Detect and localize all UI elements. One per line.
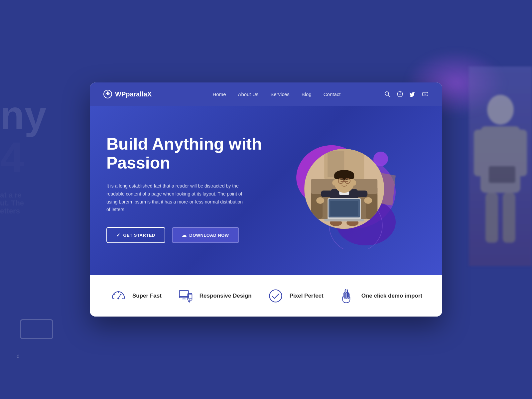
- svg-rect-3: [515, 130, 527, 176]
- check-icon: ✓: [116, 232, 121, 238]
- svg-point-50: [332, 180, 336, 186]
- responsive-label: Responsive Design: [200, 293, 252, 299]
- hero-visual: [266, 126, 426, 252]
- responsive-icon: [177, 287, 194, 305]
- svg-rect-41: [330, 201, 358, 216]
- svg-rect-35: [321, 191, 332, 197]
- feature-superfast: Super Fast: [110, 287, 162, 305]
- browser-window: WPparallaX Home About Us Services Blog C…: [90, 82, 442, 317]
- cloud-icon: ☁: [182, 232, 187, 238]
- svg-rect-62: [344, 294, 345, 299]
- svg-rect-63: [346, 292, 347, 298]
- nav-services[interactable]: Services: [270, 91, 290, 97]
- bg-right-person: [469, 66, 532, 266]
- svg-marker-13: [425, 93, 426, 95]
- svg-point-38: [364, 197, 372, 204]
- features-bar: Super Fast Responsi: [90, 275, 442, 317]
- bg-bottom-text: d: [17, 353, 20, 359]
- svg-rect-42: [324, 219, 364, 221]
- svg-point-8: [107, 93, 109, 95]
- person-circle: [304, 149, 384, 229]
- bg-bottom-box: [20, 319, 53, 339]
- speedometer-icon: [110, 287, 127, 305]
- nav-contact[interactable]: Contact: [324, 91, 341, 97]
- download-button[interactable]: ☁ DOWNLOAD NOW: [172, 227, 239, 243]
- check-circle-icon: [267, 287, 284, 305]
- logo-area[interactable]: WPparallaX: [103, 89, 170, 99]
- svg-point-61: [269, 290, 282, 302]
- hero-section: Build Anything with Passion It is a long…: [90, 106, 442, 275]
- bg-text-left: ny 4 at a reut. Theetters: [0, 93, 47, 215]
- svg-rect-36: [356, 191, 367, 197]
- svg-point-51: [352, 180, 356, 186]
- hero-description: It is a long established fact that a rea…: [106, 182, 246, 214]
- superfast-label: Super Fast: [132, 293, 162, 299]
- twitter-icon[interactable]: [409, 90, 416, 98]
- facebook-icon[interactable]: [396, 90, 404, 98]
- feature-import: One click demo import: [339, 287, 422, 305]
- logo-text: WPparallaX: [115, 90, 152, 98]
- svg-rect-45: [334, 174, 354, 179]
- logo-icon: [103, 89, 112, 99]
- pixelperfect-label: Pixel Perfect: [290, 293, 324, 299]
- import-label: One click demo import: [361, 293, 422, 299]
- nav-icons: [384, 90, 429, 98]
- hero-content: Build Anything with Passion It is a long…: [106, 135, 266, 243]
- svg-rect-4: [485, 193, 498, 243]
- hero-buttons: ✓ GET STARTED ☁ DOWNLOAD NOW: [106, 227, 266, 243]
- pointer-icon: [339, 287, 356, 305]
- svg-rect-6: [489, 166, 515, 183]
- nav-blog[interactable]: Blog: [302, 91, 312, 97]
- nav-links: Home About Us Services Blog Contact: [170, 91, 384, 97]
- nav-home[interactable]: Home: [213, 91, 226, 97]
- navbar: WPparallaX Home About Us Services Blog C…: [90, 82, 442, 106]
- get-started-button[interactable]: ✓ GET STARTED: [106, 227, 165, 243]
- svg-rect-5: [503, 193, 515, 243]
- nav-about[interactable]: About Us: [238, 91, 259, 97]
- svg-point-60: [189, 299, 190, 300]
- feature-pixelperfect: Pixel Perfect: [267, 287, 324, 305]
- svg-point-52: [117, 298, 119, 300]
- svg-rect-2: [474, 130, 485, 176]
- svg-line-10: [388, 95, 390, 97]
- svg-point-9: [385, 92, 389, 95]
- hero-title: Build Anything with Passion: [106, 135, 266, 173]
- blob-container: [286, 129, 406, 249]
- feature-responsive: Responsive Design: [177, 287, 252, 305]
- youtube-icon[interactable]: [422, 90, 429, 98]
- search-icon[interactable]: [384, 90, 391, 98]
- svg-point-37: [316, 197, 324, 204]
- svg-point-0: [487, 95, 514, 125]
